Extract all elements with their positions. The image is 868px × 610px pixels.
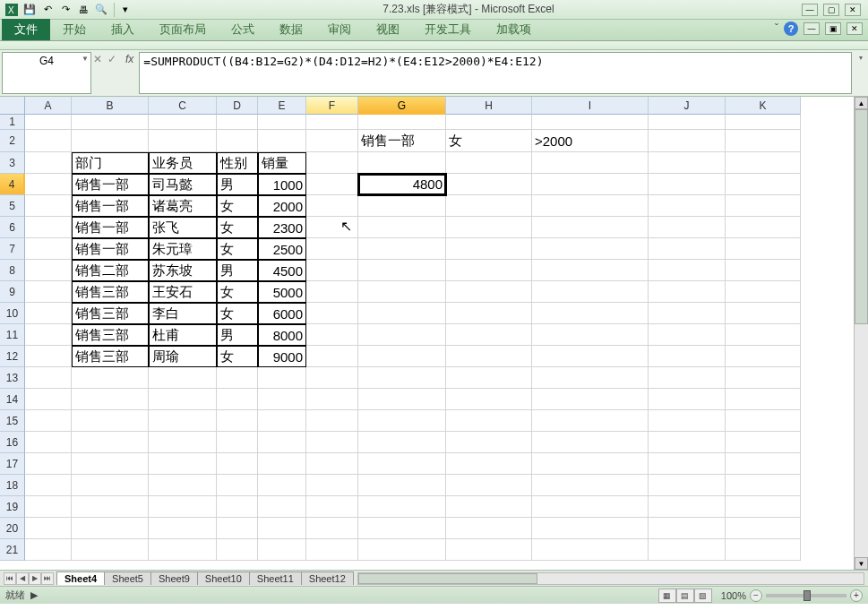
cell-bg[interactable]: [532, 238, 649, 260]
row-header-6[interactable]: 6: [0, 217, 25, 238]
cell-bg[interactable]: [726, 217, 801, 238]
cell-bg[interactable]: [217, 518, 258, 539]
cell-E4[interactable]: 1000: [258, 174, 306, 195]
row-header-12[interactable]: 12: [0, 346, 25, 367]
cell-bg[interactable]: [258, 518, 306, 539]
cell-bg[interactable]: [25, 539, 72, 561]
cell-bg[interactable]: [25, 410, 72, 432]
cell-E7[interactable]: 2500: [258, 238, 306, 260]
cell-bg[interactable]: [649, 410, 726, 432]
row-header-5[interactable]: 5: [0, 195, 25, 217]
cell-D10[interactable]: 女: [217, 303, 258, 324]
cell-bg[interactable]: [649, 238, 726, 260]
cell-bg[interactable]: [258, 367, 306, 389]
cell-bg[interactable]: [25, 518, 72, 539]
cell-bg[interactable]: [446, 410, 532, 432]
zoom-slider[interactable]: [766, 594, 847, 597]
cell-C11[interactable]: 杜甫: [149, 324, 217, 346]
cell-bg[interactable]: [149, 453, 217, 475]
cell-bg[interactable]: [72, 496, 149, 518]
cell-bg[interactable]: [25, 475, 72, 496]
cell-D4[interactable]: 男: [217, 174, 258, 195]
cell-bg[interactable]: [149, 367, 217, 389]
cell-bg[interactable]: [25, 260, 72, 281]
cell-bg[interactable]: [306, 152, 358, 174]
cell-bg[interactable]: [649, 115, 726, 130]
cell-bg[interactable]: [649, 539, 726, 561]
row-header-3[interactable]: 3: [0, 152, 25, 174]
cell-bg[interactable]: [726, 260, 801, 281]
cell-bg[interactable]: [726, 475, 801, 496]
col-header-D[interactable]: D: [217, 97, 258, 115]
cell-bg[interactable]: [72, 539, 149, 561]
row-header-15[interactable]: 15: [0, 410, 25, 432]
cell-bg[interactable]: [726, 174, 801, 195]
cell-bg[interactable]: [217, 410, 258, 432]
cell-D8[interactable]: 男: [217, 260, 258, 281]
cell-bg[interactable]: [532, 324, 649, 346]
cell-bg[interactable]: [25, 367, 72, 389]
sheet-tab-Sheet9[interactable]: Sheet9: [150, 571, 198, 585]
minimize-button[interactable]: —: [802, 4, 818, 16]
cell-B3[interactable]: 部门: [72, 152, 149, 174]
cell-E5[interactable]: 2000: [258, 195, 306, 217]
cell-bg[interactable]: [306, 238, 358, 260]
cell-bg[interactable]: [72, 115, 149, 130]
cell-bg[interactable]: [726, 324, 801, 346]
cell-D9[interactable]: 女: [217, 281, 258, 303]
cell-bg[interactable]: [25, 115, 72, 130]
cell-bg[interactable]: [306, 389, 358, 410]
name-box[interactable]: G4▼: [2, 52, 91, 94]
cell-bg[interactable]: [25, 303, 72, 324]
cell-bg[interactable]: [649, 367, 726, 389]
cell-bg[interactable]: [726, 389, 801, 410]
cell-bg[interactable]: [532, 195, 649, 217]
cell-E11[interactable]: 8000: [258, 324, 306, 346]
close-button[interactable]: ✕: [845, 4, 861, 16]
cell-D6[interactable]: 女: [217, 217, 258, 238]
cell-I2[interactable]: >2000: [532, 130, 649, 152]
cell-bg[interactable]: [358, 453, 446, 475]
col-header-E[interactable]: E: [258, 97, 306, 115]
cell-bg[interactable]: [217, 432, 258, 453]
cell-bg[interactable]: [25, 195, 72, 217]
col-header-G[interactable]: G: [358, 97, 446, 115]
ribbon-tab-2[interactable]: 页面布局: [147, 19, 219, 40]
cell-bg[interactable]: [446, 475, 532, 496]
cell-bg[interactable]: [358, 367, 446, 389]
cell-D12[interactable]: 女: [217, 346, 258, 367]
undo-icon[interactable]: ↶: [39, 2, 56, 18]
cell-bg[interactable]: [446, 496, 532, 518]
cell-bg[interactable]: [726, 130, 801, 152]
maximize-button[interactable]: ▢: [823, 4, 839, 16]
cell-B8[interactable]: 销售二部: [72, 260, 149, 281]
cell-bg[interactable]: [72, 130, 149, 152]
cell-bg[interactable]: [532, 115, 649, 130]
cell-B7[interactable]: 销售一部: [72, 238, 149, 260]
cell-bg[interactable]: [446, 238, 532, 260]
cell-H2[interactable]: 女: [446, 130, 532, 152]
cell-B5[interactable]: 销售一部: [72, 195, 149, 217]
cell-bg[interactable]: [25, 346, 72, 367]
cell-bg[interactable]: [446, 453, 532, 475]
cell-C6[interactable]: 张飞: [149, 217, 217, 238]
tab-nav-last[interactable]: ⏭: [41, 572, 54, 585]
cell-bg[interactable]: [649, 324, 726, 346]
cell-bg[interactable]: [532, 432, 649, 453]
cell-bg[interactable]: [72, 518, 149, 539]
col-header-B[interactable]: B: [72, 97, 149, 115]
cell-bg[interactable]: [446, 389, 532, 410]
cell-bg[interactable]: [532, 367, 649, 389]
cell-bg[interactable]: [532, 217, 649, 238]
cell-bg[interactable]: [306, 432, 358, 453]
cell-bg[interactable]: [649, 453, 726, 475]
row-header-17[interactable]: 17: [0, 453, 25, 475]
cell-B6[interactable]: 销售一部: [72, 217, 149, 238]
fx-icon[interactable]: fx: [122, 53, 137, 65]
cell-C5[interactable]: 诸葛亮: [149, 195, 217, 217]
cell-bg[interactable]: [358, 346, 446, 367]
row-header-7[interactable]: 7: [0, 238, 25, 260]
cell-bg[interactable]: [258, 496, 306, 518]
expand-formula-icon[interactable]: ▾: [854, 50, 868, 96]
select-all-corner[interactable]: [0, 97, 25, 115]
